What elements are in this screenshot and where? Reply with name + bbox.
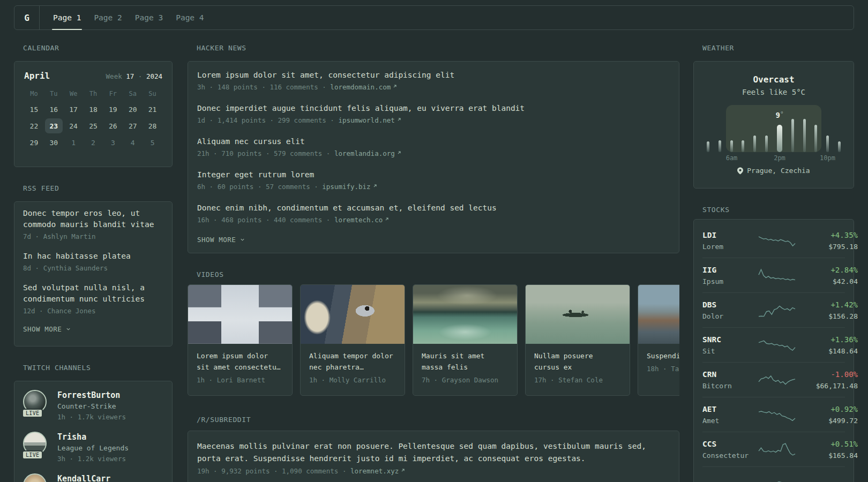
hn-item-title[interactable]: Donec imperdiet augue tincidunt felis al… bbox=[197, 103, 670, 114]
video-meta: 7h · Grayson Dawson bbox=[422, 376, 508, 384]
calendar-day[interactable]: 27 bbox=[123, 118, 143, 133]
rss-item-title[interactable]: In hac habitasse platea bbox=[23, 251, 163, 262]
rss-show-more-button[interactable]: SHOW MORE bbox=[23, 325, 163, 333]
channel-avatar[interactable] bbox=[23, 473, 47, 482]
hour-label: 2pm bbox=[774, 154, 785, 162]
channel-info: ForrestBurtonCounter-Strike1h · 1.7k vie… bbox=[57, 390, 126, 423]
stock-ticker[interactable]: IIG bbox=[702, 265, 758, 275]
day-number: 4 bbox=[124, 135, 141, 150]
calendar-day[interactable]: 19 bbox=[103, 102, 123, 117]
calendar-day[interactable]: 21 bbox=[143, 102, 162, 117]
stock-change: -1.00% bbox=[796, 370, 858, 379]
video-meta: 1h · Lori Barnett bbox=[197, 376, 283, 384]
rss-item-title[interactable]: Donec tempor eros leo, ut commodo mauris… bbox=[23, 208, 163, 230]
stock-ticker[interactable]: CRN bbox=[702, 370, 758, 379]
channel-info: KendallCarr bbox=[57, 473, 110, 482]
rss-widget: RSS FEED Donec tempor eros leo, ut commo… bbox=[14, 185, 173, 347]
day-number: 5 bbox=[144, 135, 161, 150]
weather-hour-labels: 6am2pm10pm bbox=[707, 154, 841, 163]
calendar-day[interactable]: 22 bbox=[24, 118, 44, 133]
video-title[interactable]: Aliquam tempor dolor nec pharetra… bbox=[309, 350, 396, 373]
channel-info: TrishaLeague of Legends3h · 1.2k viewers bbox=[57, 432, 129, 464]
nav-tab[interactable]: Page 1 bbox=[47, 6, 87, 29]
calendar-day[interactable]: 1 bbox=[64, 135, 84, 150]
calendar-day[interactable]: 29 bbox=[24, 135, 44, 150]
hn-item-title[interactable]: Donec enim nibh, condimentum et accumsan… bbox=[197, 202, 670, 214]
calendar-day[interactable]: 25 bbox=[84, 118, 103, 133]
calendar-day[interactable]: 16 bbox=[44, 102, 64, 117]
week-number: 17 bbox=[126, 72, 134, 80]
rss-item-title[interactable]: Sed volutpat nulla nisl, a condimentum n… bbox=[23, 282, 163, 305]
external-link-icon bbox=[384, 214, 390, 224]
nav-tab[interactable]: Page 4 bbox=[169, 6, 210, 29]
dashboard: CALENDAR April Week 17 · 2024 MoTuWeThFr… bbox=[0, 30, 868, 482]
rss-item-meta: 12d · Chance Jones bbox=[23, 306, 163, 316]
nav-tab[interactable]: Page 2 bbox=[87, 6, 128, 29]
stock-ticker[interactable]: CCS bbox=[702, 439, 758, 449]
source-link[interactable]: ipsumworld.net bbox=[338, 116, 394, 124]
source-link[interactable]: loremtech.co bbox=[334, 216, 383, 224]
calendar-day[interactable]: 3 bbox=[103, 135, 123, 150]
left-column: CALENDAR April Week 17 · 2024 MoTuWeThFr… bbox=[14, 44, 173, 482]
calendar-day[interactable]: 18 bbox=[84, 102, 103, 117]
source-link[interactable]: loremnet.xyz bbox=[350, 467, 399, 475]
rss-item: Sed volutpat nulla nisl, a condimentum n… bbox=[23, 282, 163, 316]
source-link[interactable]: loremdomain.com bbox=[330, 83, 391, 91]
hn-item-title[interactable]: Lorem ipsum dolor sit amet, consectetur … bbox=[197, 70, 670, 81]
weather-bar bbox=[730, 140, 733, 152]
video-thumbnail[interactable] bbox=[188, 285, 292, 344]
calendar-day[interactable]: 2 bbox=[84, 135, 103, 150]
calendar-day[interactable]: 5 bbox=[143, 135, 162, 150]
calendar-day[interactable]: 26 bbox=[103, 118, 123, 133]
stock-change: +1.36% bbox=[796, 335, 858, 344]
calendar-day[interactable]: 28 bbox=[143, 118, 162, 133]
stock-ticker[interactable]: AET bbox=[702, 404, 758, 414]
stock-ticker[interactable]: LDI bbox=[702, 230, 758, 240]
video-thumbnail[interactable] bbox=[301, 285, 405, 344]
rss-card: Donec tempor eros leo, ut commodo mauris… bbox=[14, 201, 173, 347]
channel-meta: 1h · 1.7k viewers bbox=[57, 412, 126, 423]
video-title[interactable]: Mauris sit amet massa felis bbox=[422, 350, 508, 373]
source-link[interactable]: ipsumify.biz bbox=[322, 183, 370, 191]
calendar-day[interactable]: 30 bbox=[44, 135, 64, 150]
app-logo[interactable]: G bbox=[14, 6, 40, 29]
channel-name[interactable]: ForrestBurton bbox=[57, 390, 126, 401]
subreddit-card: Maecenas mollis pulvinar erat non posuer… bbox=[188, 431, 679, 482]
nav-tab[interactable]: Page 3 bbox=[129, 6, 169, 29]
channel-name[interactable]: KendallCarr bbox=[57, 473, 110, 482]
video-thumbnail[interactable] bbox=[526, 285, 630, 344]
post-title[interactable]: Maecenas mollis pulvinar erat non posuer… bbox=[197, 440, 670, 465]
weather-bar bbox=[826, 135, 829, 152]
stock-ticker[interactable]: SNRC bbox=[702, 335, 758, 344]
post-meta: 19h · 9,932 points · 1,090 comments · lo… bbox=[197, 466, 670, 475]
twitch-widget: TWITCH CHANNELS LIVEForrestBurtonCounter… bbox=[14, 364, 173, 482]
channel-category: League of Legends bbox=[57, 442, 129, 454]
video-thumbnail[interactable] bbox=[638, 285, 679, 344]
video-title[interactable]: Nullam posuere cursus ex bbox=[534, 350, 621, 373]
hn-item-title[interactable]: Integer eget rutrum lorem bbox=[197, 169, 670, 180]
hn-item-title[interactable]: Aliquam nec cursus elit bbox=[197, 136, 670, 147]
hn-item-meta: 6h · 60 points · 57 comments · ipsumify.… bbox=[197, 181, 670, 192]
source-link[interactable]: loremlandia.org bbox=[334, 149, 395, 157]
channel-name[interactable]: Trisha bbox=[57, 432, 129, 442]
stock-ticker[interactable]: DBS bbox=[702, 300, 758, 310]
stock-price: $499.72 bbox=[796, 417, 858, 425]
rss-item-meta: 7d · Ashlyn Martin bbox=[23, 231, 163, 242]
calendar-day[interactable]: 24 bbox=[64, 118, 84, 133]
video-title[interactable]: Suspendisse diam bbox=[647, 350, 679, 362]
stock-sparkline bbox=[758, 266, 796, 284]
video-title[interactable]: Lorem ipsum dolor sit amet consectetu… bbox=[197, 350, 283, 373]
video-thumbnail[interactable] bbox=[413, 285, 517, 344]
weather-title: WEATHER bbox=[702, 44, 854, 52]
calendar-day[interactable]: 15 bbox=[24, 102, 44, 117]
hackernews-widget: HACKER NEWS Lorem ipsum dolor sit amet, … bbox=[188, 44, 679, 253]
day-number: 29 bbox=[25, 135, 43, 150]
calendar-day-selected[interactable]: 23 bbox=[44, 118, 64, 133]
stock-change: +4.35% bbox=[796, 230, 858, 240]
calendar-day[interactable]: 20 bbox=[123, 102, 143, 117]
calendar-day[interactable]: 17 bbox=[64, 102, 84, 117]
calendar-day[interactable]: 4 bbox=[123, 135, 143, 150]
hn-show-more-button[interactable]: SHOW MORE bbox=[197, 236, 670, 244]
stock-ticker[interactable]: AHS bbox=[702, 480, 758, 482]
stocks-title: STOCKS bbox=[702, 206, 854, 214]
